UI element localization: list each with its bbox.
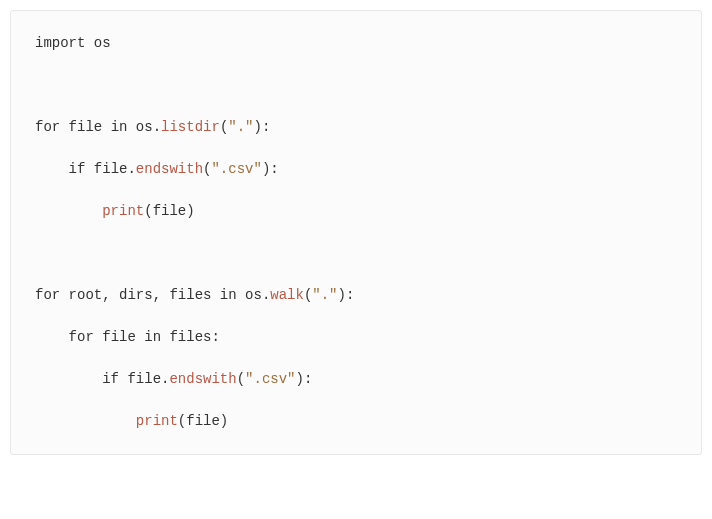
indent bbox=[35, 203, 102, 219]
function-name: print bbox=[102, 203, 144, 219]
code-text: file. bbox=[119, 371, 169, 387]
string-literal: "." bbox=[312, 287, 337, 303]
keyword: import bbox=[35, 35, 85, 51]
code-text: (file) bbox=[178, 413, 228, 429]
code-text: ): bbox=[254, 119, 271, 135]
code-line: print(file) bbox=[35, 201, 677, 222]
keyword: in bbox=[144, 329, 161, 345]
code-line: if file.endswith(".csv"): bbox=[35, 369, 677, 390]
code-text: ): bbox=[296, 371, 313, 387]
function-name: print bbox=[136, 413, 178, 429]
keyword: in bbox=[220, 287, 237, 303]
code-text: files: bbox=[161, 329, 220, 345]
string-literal: ".csv" bbox=[211, 161, 261, 177]
function-name: endswith bbox=[169, 371, 236, 387]
code-text: (file) bbox=[144, 203, 194, 219]
code-text: file bbox=[60, 119, 110, 135]
indent bbox=[35, 371, 102, 387]
keyword: for bbox=[35, 119, 60, 135]
code-text: root, dirs, files bbox=[60, 287, 220, 303]
code-line: for file in files: bbox=[35, 327, 677, 348]
keyword: for bbox=[69, 329, 94, 345]
function-name: listdir bbox=[161, 119, 220, 135]
keyword: for bbox=[35, 287, 60, 303]
keyword: if bbox=[102, 371, 119, 387]
code-text: ): bbox=[262, 161, 279, 177]
code-line-blank bbox=[35, 243, 677, 264]
code-line: for file in os.listdir("."): bbox=[35, 117, 677, 138]
code-line: if file.endswith(".csv"): bbox=[35, 159, 677, 180]
string-literal: ".csv" bbox=[245, 371, 295, 387]
code-text: os bbox=[85, 35, 110, 51]
indent bbox=[35, 161, 69, 177]
keyword: in bbox=[111, 119, 128, 135]
function-name: walk bbox=[270, 287, 304, 303]
indent bbox=[35, 329, 69, 345]
indent bbox=[35, 413, 136, 429]
code-line: import os bbox=[35, 33, 677, 54]
code-line-blank bbox=[35, 75, 677, 96]
code-text: file bbox=[94, 329, 144, 345]
code-line: print(file) bbox=[35, 411, 677, 432]
function-name: endswith bbox=[136, 161, 203, 177]
keyword: if bbox=[69, 161, 86, 177]
code-text: file. bbox=[85, 161, 135, 177]
code-text: os. bbox=[127, 119, 161, 135]
code-text: ( bbox=[237, 371, 245, 387]
code-line: for root, dirs, files in os.walk("."): bbox=[35, 285, 677, 306]
string-literal: "." bbox=[228, 119, 253, 135]
code-text: ): bbox=[338, 287, 355, 303]
code-block: import os for file in os.listdir("."): i… bbox=[10, 10, 702, 455]
code-text: os. bbox=[237, 287, 271, 303]
